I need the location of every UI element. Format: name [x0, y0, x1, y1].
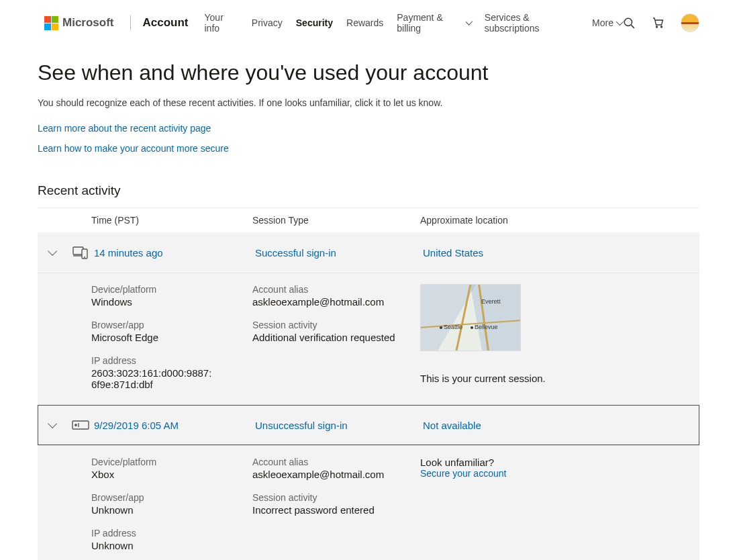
activity-session-type[interactable]: Unsuccessful sign-in — [255, 420, 423, 431]
avatar[interactable] — [681, 13, 699, 32]
nav-privacy[interactable]: Privacy — [252, 17, 283, 28]
nav-security[interactable]: Security — [296, 17, 333, 28]
chevron-down-icon — [466, 18, 473, 26]
svg-point-3 — [661, 26, 662, 28]
microsoft-logo-icon — [44, 16, 58, 30]
map-city-label: Everett — [481, 298, 501, 305]
nav-payment[interactable]: Payment & billing — [397, 12, 471, 34]
header-right — [622, 13, 699, 32]
location-caption: This is your current session. — [420, 373, 686, 384]
nav-more-label: More — [592, 17, 613, 28]
session-activity-value: Incorrect password entered — [252, 504, 407, 516]
device-platform-label: Device/platform — [91, 284, 239, 295]
device-icon — [67, 420, 94, 430]
col-time: Time (PST) — [91, 215, 252, 226]
cart-icon[interactable] — [651, 15, 666, 30]
ip-value: Unknown — [91, 540, 239, 551]
map-city-label: Bellevue — [475, 324, 498, 330]
divider — [130, 15, 131, 30]
session-activity-value: Additional verification requested — [252, 332, 407, 343]
page-title: See when and where you've used your acco… — [38, 60, 699, 85]
column-headers: Time (PST) Session Type Approximate loca… — [38, 207, 699, 232]
map-city-label: Seattle — [444, 324, 462, 330]
nav-your-info[interactable]: Your info — [205, 12, 238, 34]
alias-value: askleoexample@hotmail.com — [252, 469, 407, 480]
col-location: Approximate location — [420, 215, 699, 226]
main-content: See when and where you've used your acco… — [0, 46, 737, 560]
nav-account[interactable]: Account — [143, 16, 189, 30]
recent-activity-heading: Recent activity — [38, 183, 699, 198]
activity-row-details: Device/platform Xbox Browser/app Unknown… — [38, 445, 699, 560]
browser-label: Browser/app — [91, 320, 239, 330]
expand-toggle[interactable] — [40, 414, 62, 436]
browser-value: Unknown — [91, 504, 239, 516]
activity-row-summary[interactable]: 9/29/2019 6:05 AM Unsuccessful sign-in N… — [38, 405, 699, 445]
svg-point-9 — [75, 424, 77, 426]
expand-toggle[interactable] — [40, 242, 62, 263]
header-bar: Microsoft Account Your info Privacy Secu… — [0, 0, 737, 46]
secure-account-link[interactable]: Secure your account — [420, 468, 506, 479]
session-activity-label: Session activity — [252, 320, 407, 330]
top-nav: Account Your info Privacy Security Rewar… — [143, 12, 622, 34]
svg-point-0 — [624, 18, 632, 26]
search-icon[interactable] — [622, 15, 636, 30]
alias-value: askleoexample@hotmail.com — [252, 296, 407, 308]
device-icon — [67, 245, 94, 260]
learn-secure-link[interactable]: Learn how to make your account more secu… — [38, 143, 229, 154]
svg-line-1 — [631, 25, 634, 28]
brand-text: Microsoft — [62, 16, 114, 30]
microsoft-logo[interactable]: Microsoft — [44, 16, 114, 30]
learn-more-link[interactable]: Learn more about the recent activity pag… — [38, 123, 211, 134]
activity-time[interactable]: 9/29/2019 6:05 AM — [94, 420, 255, 431]
chevron-down-icon — [48, 419, 57, 428]
device-platform-label: Device/platform — [91, 457, 239, 467]
device-platform-value: Windows — [91, 296, 239, 308]
chevron-down-icon — [48, 246, 57, 256]
ip-value: 2603:3023:161:d000:9887:6f9e:871d:dbf — [91, 367, 212, 390]
location-map: Everett Seattle Bellevue — [420, 284, 521, 351]
activity-session-type[interactable]: Successful sign-in — [255, 247, 423, 259]
ip-label: IP address — [91, 528, 239, 539]
browser-label: Browser/app — [91, 492, 239, 503]
activity-location[interactable]: United States — [423, 247, 699, 259]
alias-label: Account alias — [252, 284, 407, 295]
browser-value: Microsoft Edge — [91, 332, 239, 343]
col-session-type: Session Type — [252, 215, 420, 226]
ip-label: IP address — [91, 355, 239, 366]
svg-point-2 — [656, 26, 658, 28]
activity-row-summary[interactable]: 14 minutes ago Successful sign-in United… — [38, 232, 699, 273]
nav-more[interactable]: More — [592, 17, 622, 28]
device-platform-value: Xbox — [91, 469, 239, 480]
nav-rewards[interactable]: Rewards — [346, 17, 383, 28]
activity-time[interactable]: 14 minutes ago — [94, 247, 255, 259]
activity-row-details: Device/platform Windows Browser/app Micr… — [38, 273, 699, 405]
activity-table: Time (PST) Session Type Approximate loca… — [38, 207, 699, 560]
unfamiliar-prompt: Look unfamiliar? — [420, 457, 686, 468]
intro-text: You should recognize each of these recen… — [38, 97, 699, 108]
nav-services[interactable]: Services & subscriptions — [485, 12, 579, 34]
activity-location[interactable]: Not available — [423, 420, 699, 431]
session-activity-label: Session activity — [252, 492, 407, 503]
nav-payment-label: Payment & billing — [397, 12, 463, 34]
alias-label: Account alias — [252, 457, 407, 467]
